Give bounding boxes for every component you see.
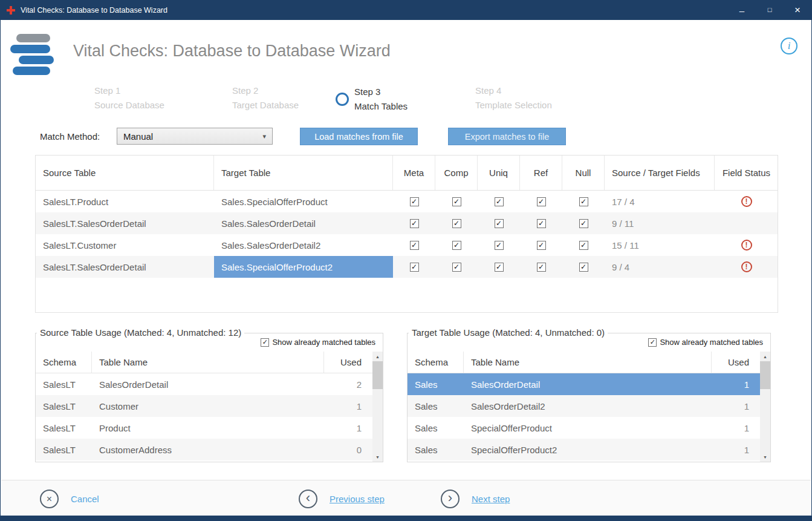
previous-step-button[interactable]: ‹ Previous step: [299, 490, 385, 508]
match-table-header: Source Table Target Table Meta Comp Uniq…: [36, 156, 778, 191]
scroll-up-icon[interactable]: ▲: [760, 352, 770, 361]
error-status-icon[interactable]: !: [741, 261, 752, 272]
checkbox-checked[interactable]: ✓: [452, 219, 461, 228]
checkbox-checked-icon: ✓: [261, 338, 269, 347]
checkbox-checked[interactable]: ✓: [537, 219, 546, 228]
column-header-meta: Meta: [393, 156, 435, 190]
target-usage-table: Schema Table Name Used SalesSalesOrderDe…: [408, 352, 760, 462]
match-table-row[interactable]: SalesLT.ProductSales.SpecialOfferProduct…: [36, 191, 778, 212]
error-status-icon[interactable]: !: [741, 196, 752, 207]
source-usage-table: Schema Table Name Used SalesLTSalesOrder…: [36, 352, 372, 462]
checkbox-checked[interactable]: ✓: [452, 263, 461, 272]
red-cross-app-icon: [7, 6, 15, 15]
checkbox-checked[interactable]: ✓: [410, 219, 419, 228]
scroll-down-icon[interactable]: ▼: [372, 452, 383, 462]
target-table-cell[interactable]: Sales.SalesOrderDetail: [214, 212, 393, 234]
info-icon[interactable]: i: [781, 38, 797, 54]
target-usage-scrollbar[interactable]: ▲ ▼: [760, 352, 770, 462]
checkbox-checked[interactable]: ✓: [410, 241, 419, 250]
checkbox-checked[interactable]: ✓: [495, 263, 504, 272]
fields-count-cell: 15 / 11: [605, 234, 715, 256]
source-usage-scrollbar[interactable]: ▲ ▼: [372, 352, 383, 462]
checkbox-checked[interactable]: ✓: [495, 241, 504, 250]
used-count-cell: 1: [712, 439, 760, 460]
match-table-row[interactable]: SalesLT.SalesOrderDetailSales.SpecialOff…: [36, 256, 778, 278]
export-matches-button[interactable]: Export matches to file: [448, 128, 566, 145]
checkbox-checked[interactable]: ✓: [495, 197, 504, 206]
minimize-button[interactable]: –: [728, 1, 756, 20]
step-label: Template Selection: [475, 98, 552, 113]
target-table-cell[interactable]: Sales.SpecialOfferProduct: [214, 191, 393, 212]
next-step-button[interactable]: › Next step: [441, 490, 510, 508]
checkbox-checked[interactable]: ✓: [410, 263, 419, 272]
column-header-comp: Comp: [435, 156, 478, 190]
checkbox-checked[interactable]: ✓: [452, 197, 461, 206]
checkbox-checked[interactable]: ✓: [579, 219, 588, 228]
bottom-accent-strip: [1, 516, 811, 520]
window-title: Vital Checks: Database to Database Wizar…: [21, 6, 167, 15]
schema-cell: SalesLT: [36, 439, 92, 460]
scroll-up-icon[interactable]: ▲: [372, 352, 383, 361]
usage-table-row[interactable]: SalesLTProduct1: [36, 417, 372, 439]
source-table-cell[interactable]: SalesLT.Customer: [36, 234, 214, 256]
check-cell: ✓: [478, 191, 520, 212]
checkbox-checked[interactable]: ✓: [579, 263, 588, 272]
table-name-cell: SalesOrderDetail: [464, 373, 712, 395]
schema-cell: Sales: [408, 395, 464, 417]
app-logo-icon: [9, 34, 60, 76]
source-table-cell[interactable]: SalesLT.Product: [36, 191, 214, 212]
match-table-row[interactable]: SalesLT.CustomerSales.SalesOrderDetail2✓…: [36, 234, 778, 256]
checkbox-checked[interactable]: ✓: [579, 241, 588, 250]
step-label: Source Database: [94, 98, 164, 113]
scroll-down-icon[interactable]: ▼: [760, 452, 770, 462]
maximize-button[interactable]: □: [756, 1, 784, 20]
error-status-icon[interactable]: !: [741, 240, 752, 251]
page-title: Vital Checks: Database to Database Wizar…: [73, 42, 391, 61]
usage-table-row[interactable]: SalesSalesOrderDetail1: [408, 373, 760, 395]
show-matched-label: Show already matched tables: [272, 338, 375, 347]
source-table-cell[interactable]: SalesLT.SalesOrderDetail: [36, 212, 214, 234]
target-table-cell[interactable]: Sales.SalesOrderDetail2: [214, 234, 393, 256]
checkbox-checked[interactable]: ✓: [495, 219, 504, 228]
check-cell: ✓: [520, 212, 562, 234]
source-table-cell[interactable]: SalesLT.SalesOrderDetail: [36, 256, 214, 278]
match-method-dropdown[interactable]: Manual ▾: [117, 128, 273, 145]
used-count-cell: 1: [712, 417, 760, 439]
scroll-thumb[interactable]: [760, 361, 770, 389]
show-matched-checkbox-target[interactable]: ✓ Show already matched tables: [648, 338, 763, 347]
checkbox-checked[interactable]: ✓: [452, 241, 461, 250]
check-cell: ✓: [520, 256, 562, 278]
load-matches-button[interactable]: Load matches from file: [300, 128, 418, 145]
match-method-label: Match Method:: [40, 131, 100, 142]
step-1-source-database: Step 1 Source Database: [94, 84, 164, 113]
checkbox-checked[interactable]: ✓: [579, 197, 588, 206]
usage-table-row[interactable]: SalesLTCustomerAddress0: [36, 439, 372, 460]
usage-table-row[interactable]: SalesLTSalesOrderDetail2: [36, 373, 372, 395]
dropdown-arrow-icon: ▾: [262, 133, 266, 140]
close-button[interactable]: ×: [784, 1, 811, 20]
usage-table-row[interactable]: SalesSpecialOfferProduct21: [408, 439, 760, 460]
target-table-cell[interactable]: Sales.SpecialOfferProduct2: [214, 256, 393, 278]
column-header-table-name: Table Name: [464, 352, 712, 373]
cancel-button[interactable]: × Cancel: [40, 490, 99, 508]
check-cell: ✓: [435, 256, 478, 278]
field-status-cell: !: [715, 191, 778, 212]
checkbox-checked[interactable]: ✓: [537, 263, 546, 272]
step-number: Step 1: [94, 84, 164, 98]
match-method-value: Manual: [123, 131, 153, 142]
checkbox-checked-icon: ✓: [648, 338, 657, 347]
checkbox-checked[interactable]: ✓: [537, 197, 546, 206]
usage-table-row[interactable]: SalesSpecialOfferProduct1: [408, 417, 760, 439]
next-step-label: Next step: [472, 494, 510, 504]
target-usage-title: Target Table Usage (Matched: 4, Unmatche…: [409, 327, 608, 338]
usage-table-row[interactable]: SalesSalesOrderDetail21: [408, 395, 760, 417]
check-cell: ✓: [562, 191, 605, 212]
field-status-cell: !: [715, 256, 778, 278]
match-table-row[interactable]: SalesLT.SalesOrderDetailSales.SalesOrder…: [36, 212, 778, 234]
checkbox-checked[interactable]: ✓: [537, 241, 546, 250]
checkbox-checked[interactable]: ✓: [410, 197, 419, 206]
usage-table-row[interactable]: SalesLTCustomer1: [36, 395, 372, 417]
scroll-thumb[interactable]: [372, 361, 383, 389]
check-cell: ✓: [393, 212, 435, 234]
show-matched-checkbox-source[interactable]: ✓ Show already matched tables: [261, 338, 375, 347]
